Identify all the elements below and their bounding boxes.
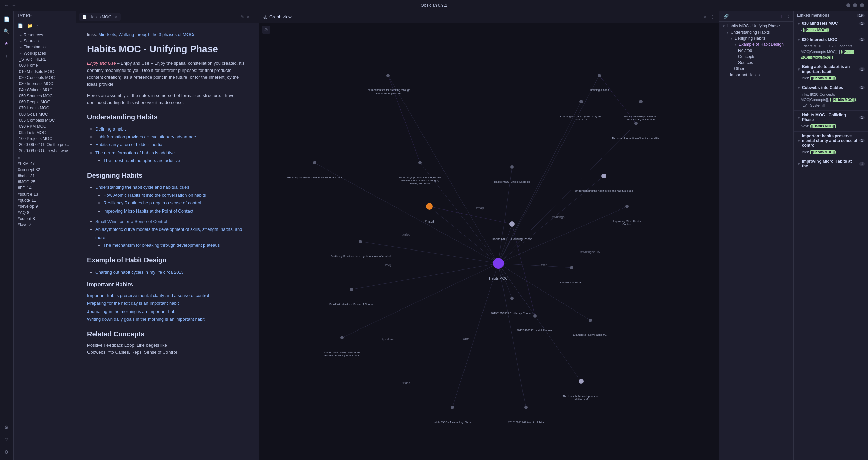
lm-030-title[interactable]: ▼ 030 Interests MOC 1 — [794, 35, 868, 43]
node-defining[interactable] — [598, 74, 601, 77]
file-start[interactable]: _START HERE — [14, 56, 76, 62]
tag-concept[interactable]: #concept 32 — [14, 167, 76, 173]
link-reps[interactable]: Reps — [131, 349, 141, 355]
tag-develop[interactable]: #develop 9 — [14, 203, 76, 209]
close-pane-icon[interactable]: ✕ — [246, 14, 250, 20]
node-article[interactable] — [510, 165, 514, 169]
search-icon[interactable]: 🔍 — [1, 26, 12, 37]
maximize-btn[interactable] — [853, 3, 857, 7]
new-file-icon[interactable]: 📄 — [1, 14, 12, 24]
file-070[interactable]: 070 Health MOC — [14, 105, 76, 111]
node-habit-cycle[interactable] — [601, 174, 606, 178]
tag-aq[interactable]: #AQ 8 — [14, 209, 76, 216]
file-2020-08[interactable]: 2020-08-08 O- In what way... — [14, 148, 76, 154]
file-000[interactable]: 000 Home — [14, 62, 76, 68]
file-085[interactable]: 085 Compass MOC — [14, 117, 76, 123]
node-mechanism[interactable] — [386, 74, 390, 77]
link-small-wins[interactable]: Small Wins foster a Sense of Control — [95, 219, 167, 224]
node-asymptotic[interactable] — [418, 161, 422, 164]
file-040[interactable]: 040 Writings MOC — [14, 87, 76, 93]
link-resiliency[interactable]: Resiliency Routines help regain a sense … — [103, 200, 201, 205]
link-sense-control[interactable]: Sense of Control — [144, 349, 177, 355]
link-pfl[interactable]: Positive Feedback Loop — [87, 343, 134, 348]
more-options-icon[interactable]: ⋮ — [252, 14, 256, 20]
rt-example[interactable]: ▼ Example of Habit Design — [719, 41, 793, 47]
link-evolutionary[interactable]: Habit formation provides an evolutionary… — [95, 134, 196, 139]
node-resiliency[interactable] — [359, 240, 362, 243]
graph-canvas[interactable]: ⚙ — [259, 23, 719, 460]
node-habit-planning[interactable] — [533, 314, 537, 318]
link-neural[interactable]: The neural formation of habits is additi… — [95, 150, 175, 155]
lm-important-title[interactable]: ▼ Important habits preserve mental clari… — [794, 132, 868, 148]
tag-pkm[interactable]: #PKM 47 — [14, 161, 76, 167]
folder-sources[interactable]: ► Sources — [14, 38, 76, 44]
rt-important[interactable]: Important Habits — [719, 72, 793, 78]
file-030[interactable]: 030 Interests MOC — [14, 81, 76, 87]
link-important-1[interactable]: Important habits preserve mental clarity… — [87, 292, 248, 299]
link-asymptotic[interactable]: An asymptotic curve models the developme… — [95, 227, 242, 240]
link-important-3[interactable]: Journaling in the morning is an importan… — [87, 307, 248, 315]
new-folder-btn[interactable]: 📁 — [26, 23, 34, 29]
settings-icon[interactable]: ⚙ — [1, 446, 12, 457]
text-format-btn[interactable]: T — [779, 13, 785, 19]
file-095[interactable]: 095 Lists MOC — [14, 129, 76, 136]
sort-files-btn[interactable]: ↕ — [35, 23, 40, 29]
tag-habit[interactable]: #habit 31 — [14, 173, 76, 179]
rt-other[interactable]: Other — [719, 66, 793, 72]
forward-arrow[interactable]: → — [12, 3, 16, 8]
tag-source[interactable]: #source 13 — [14, 191, 76, 197]
link-mechanism[interactable]: The mechanism for breaking through devel… — [103, 243, 220, 248]
node-example-new[interactable] — [589, 319, 592, 322]
rt-related[interactable]: Related — [719, 47, 793, 54]
link-charting[interactable]: Charting out habit cycles in my life cir… — [95, 269, 184, 275]
rt-concepts[interactable]: Concepts — [719, 54, 793, 60]
link-important-2[interactable]: Preparing for the next day is an importa… — [87, 299, 248, 307]
lm-010-link[interactable]: [[Habits MOC]] — [803, 28, 829, 32]
lm-030-link2[interactable]: Habits MOC]] — [809, 56, 833, 59]
lm-cobwebs-link[interactable]: [[Habits MOC]] — [830, 98, 856, 102]
file-050[interactable]: 050 Sources MOC — [14, 93, 76, 99]
node-truest[interactable] — [579, 379, 584, 384]
lm-improving-title[interactable]: ▼ Improving Micro Habits at the 1 — [794, 157, 868, 169]
file-060[interactable]: 060 People MOC — [14, 99, 76, 105]
node-charting[interactable] — [579, 100, 583, 103]
graph-settings-btn[interactable]: ⚙ — [262, 26, 270, 34]
node-colliding[interactable] — [509, 221, 515, 227]
file-100[interactable]: 100 Projects MOC — [14, 136, 76, 142]
sort-outline-btn[interactable]: ↕ — [786, 13, 791, 19]
help-icon[interactable]: ? — [1, 434, 12, 445]
tab-close-btn[interactable]: ✕ — [115, 15, 117, 19]
file-020[interactable]: 020 Concepts MOC — [14, 75, 76, 81]
link-improving[interactable]: Improving Micro Habits at the Point of C… — [103, 208, 193, 214]
node-habit-tag[interactable] — [426, 203, 433, 210]
tag-quote[interactable]: #quote 11 — [14, 197, 76, 203]
node-small-wins[interactable] — [350, 288, 353, 291]
node-improving[interactable] — [625, 205, 629, 208]
link-cobwebs[interactable]: Cobwebs into Cables — [87, 349, 129, 355]
rt-designing[interactable]: ▼ Designing Habits — [719, 35, 793, 41]
link-like-begets[interactable]: Like begets like — [137, 343, 167, 348]
node-evolutionary[interactable] — [639, 100, 643, 103]
minimize-btn[interactable] — [846, 3, 850, 7]
back-arrow[interactable]: ← — [4, 3, 9, 8]
editor-tab-habits-moc[interactable]: 📄 Habits MOC ✕ — [79, 13, 121, 21]
folder-timestamps[interactable]: ► Timestamps — [14, 44, 76, 50]
rt-sources[interactable]: Sources — [719, 60, 793, 66]
close-btn[interactable] — [860, 3, 864, 7]
file-080[interactable]: 080 Goals MOC — [14, 111, 76, 117]
lm-adapt-title[interactable]: ▼ Being able to adapt is an important ha… — [794, 62, 868, 75]
file-2020-06[interactable]: 2020-06-02 O- On the pro... — [14, 142, 76, 148]
new-file-btn[interactable]: 📄 — [16, 23, 24, 29]
link-atomic[interactable]: How Atomic Habits fit into the conversat… — [103, 193, 206, 198]
lm-colliding-link[interactable]: [[Habits MOC]] — [810, 124, 836, 128]
file-090[interactable]: 090 PKM MOC — [14, 123, 76, 129]
folder-workspaces[interactable]: ► Workspaces — [14, 50, 76, 56]
link-mindsets[interactable]: Mindsets — [98, 32, 116, 37]
link-important-4[interactable]: Writing down daily goals in the morning … — [87, 315, 248, 323]
node-cobwebs[interactable] — [570, 266, 573, 269]
lm-010-title[interactable]: ▼ 010 Mindsets MOC 1 — [794, 19, 868, 26]
link-outline-btn[interactable]: 🔗 — [722, 13, 730, 19]
link-habit-cycle[interactable]: Understanding the habit cycle and habitu… — [95, 185, 189, 190]
sort-icon[interactable]: ↕ — [1, 50, 12, 61]
node-atomic[interactable] — [524, 406, 528, 409]
